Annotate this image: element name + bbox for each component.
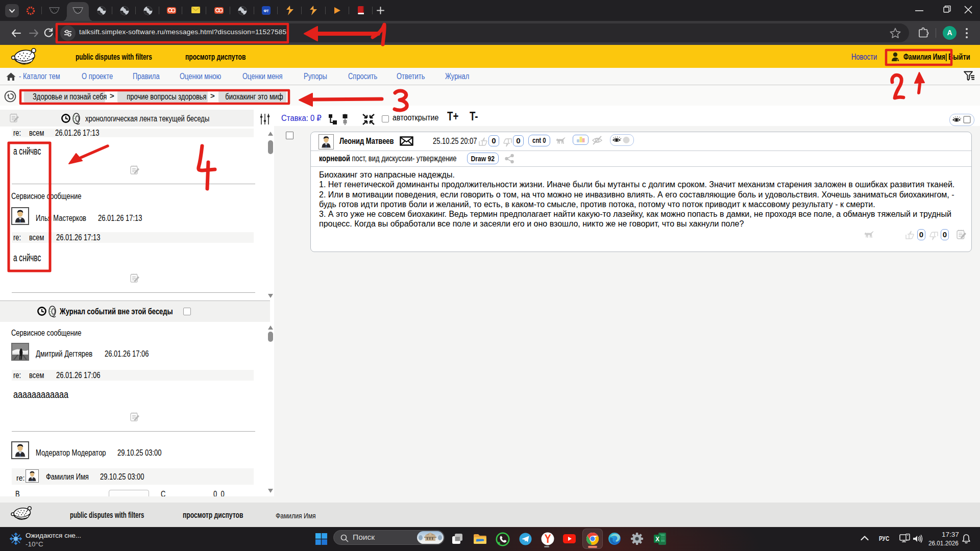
svg-text:X: X: [655, 536, 659, 543]
svg-text:ФТ: ФТ: [264, 9, 270, 13]
